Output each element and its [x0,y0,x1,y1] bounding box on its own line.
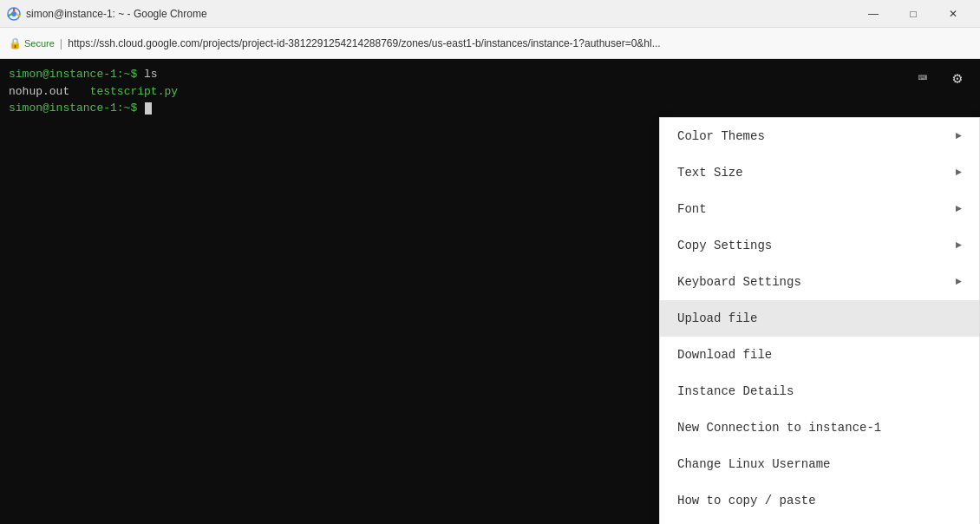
menu-item-how-to-copy[interactable]: How to copy / paste [660,482,979,519]
menu-item-upload-file[interactable]: Upload file [660,300,979,337]
menu-label-copy-settings: Copy Settings [677,239,772,252]
context-menu: Color Themes ► Text Size ► Font ► Copy S… [659,117,980,525]
menu-label-how-to-copy: How to copy / paste [677,494,816,508]
url-separator: | [60,36,62,49]
file-testscript: testscript.py [90,85,178,98]
terminal-line-1: simon@instance-1:~$ ls [9,66,971,83]
keyboard-icon[interactable]: ⌨ [907,62,938,94]
menu-label-new-connection: New Connection to instance-1 [677,421,881,435]
svg-point-1 [11,11,16,16]
terminal-line-2: nohup.out testscript.py [9,83,971,101]
menu-item-send-feedback[interactable]: Send Feedback [660,519,979,525]
prompt-1: simon@instance-1:~$ [9,68,137,81]
menu-item-instance-details[interactable]: Instance Details [660,373,979,409]
window-title: simon@instance-1: ~ - Google Chrome [26,8,853,20]
title-bar: simon@instance-1: ~ - Google Chrome — □ … [0,0,980,28]
close-button[interactable]: ✕ [933,0,973,28]
settings-icon[interactable]: ⚙ [942,62,973,94]
url-text[interactable]: https://ssh.cloud.google.com/projects/pr… [68,37,971,49]
secure-badge: 🔒 Secure [9,37,55,49]
cursor [145,102,152,115]
chrome-icon [7,7,21,21]
prompt-2: simon@instance-1:~$ [9,102,137,115]
menu-label-upload-file: Upload file [677,311,757,325]
chevron-right-icon: ► [956,203,962,215]
menu-label-keyboard-settings: Keyboard Settings [677,275,801,289]
secure-label: Secure [24,38,55,49]
maximize-button[interactable]: □ [893,0,933,28]
terminal-line-3: simon@instance-1:~$ [9,100,971,117]
window-controls: — □ ✕ [853,0,973,28]
menu-item-color-themes[interactable]: Color Themes ► [660,118,979,154]
menu-label-instance-details: Instance Details [677,384,794,398]
menu-item-font[interactable]: Font ► [660,191,979,227]
menu-label-color-themes: Color Themes [677,129,765,143]
menu-item-copy-settings[interactable]: Copy Settings ► [660,227,979,264]
terminal[interactable]: simon@instance-1:~$ ls nohup.out testscr… [0,59,980,524]
terminal-toolbar: ⌨ ⚙ [900,59,980,97]
minimize-button[interactable]: — [853,0,893,28]
menu-item-keyboard-settings[interactable]: Keyboard Settings ► [660,264,979,300]
menu-item-change-username[interactable]: Change Linux Username [660,446,979,482]
menu-label-download-file: Download file [677,348,772,362]
chevron-right-icon: ► [956,239,962,252]
chevron-right-icon: ► [956,167,962,179]
menu-label-text-size: Text Size [677,166,743,180]
menu-item-text-size[interactable]: Text Size ► [660,154,979,191]
file-nohup: nohup.out [9,85,69,98]
menu-label-font: Font [677,202,707,216]
chevron-right-icon: ► [956,276,962,288]
menu-label-change-username: Change Linux Username [677,457,830,471]
command-1: ls [137,68,157,81]
lock-icon: 🔒 [9,37,22,49]
menu-item-new-connection[interactable]: New Connection to instance-1 [660,409,979,446]
chevron-right-icon: ► [956,130,962,142]
menu-item-download-file[interactable]: Download file [660,337,979,373]
address-bar: 🔒 Secure | https://ssh.cloud.google.com/… [0,28,980,59]
